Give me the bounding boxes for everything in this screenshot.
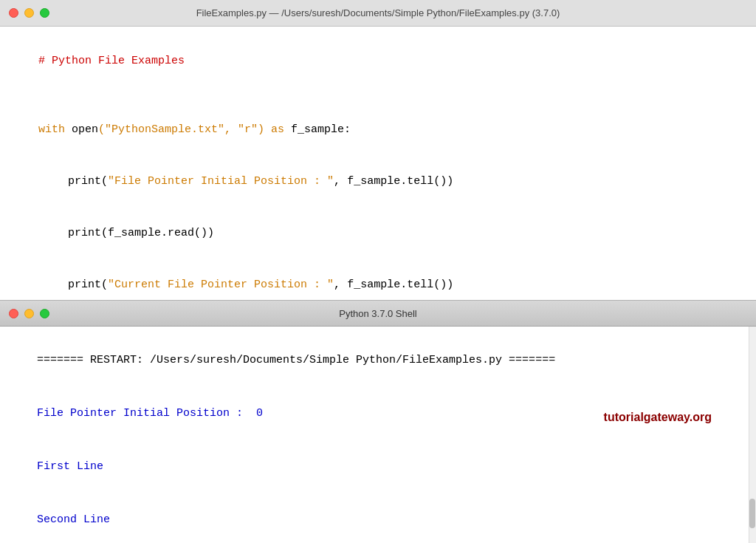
shell-area[interactable]: ======= RESTART: /Users/suresh/Documents… [0, 327, 756, 543]
print-str-3: "Current File Pointer Position : " [108, 279, 334, 291]
with-keyword: with [38, 123, 72, 136]
print-comma-3: , [334, 279, 347, 291]
shell-close-button[interactable] [9, 309, 18, 318]
print-line-3: print("Current File Pointer Position : "… [12, 259, 744, 300]
shell-traffic-lights [9, 309, 49, 318]
watermark: tutorialgateway.org [604, 408, 712, 427]
print-func-2: print [68, 227, 101, 239]
scrollbar[interactable] [749, 327, 756, 543]
open-func: open [72, 123, 98, 136]
output-line-3: Second Line [10, 494, 746, 543]
editor-area: # Python File Examples with open("Python… [0, 27, 756, 300]
maximize-button[interactable] [40, 8, 49, 18]
output-text-3: Second Line [37, 513, 110, 526]
shell-maximize-button[interactable] [40, 309, 49, 318]
print-read: (f_sample.read()) [101, 227, 214, 239]
output-text-1: File Pointer Initial Position : 0 [37, 407, 263, 420]
shell-title: Python 3.7.0 Shell [339, 308, 417, 319]
print-func-1: print [68, 175, 101, 188]
print-comma-1: , [334, 175, 347, 188]
print-paren-3: ( [101, 279, 108, 291]
tell-method-1: f_sample.tell()) [347, 175, 453, 188]
output-line-2: First Line [10, 440, 746, 494]
shell-minimize-button[interactable] [24, 309, 34, 318]
title-bar: FileExamples.py — /Users/suresh/Document… [0, 0, 756, 27]
scrollbar-thumb[interactable] [749, 499, 755, 528]
restart-line: ======= RESTART: /Users/suresh/Documents… [10, 334, 746, 387]
traffic-lights [9, 8, 49, 18]
with-line: with open("PythonSample.txt", "r") as f_… [12, 104, 744, 156]
comment-line: # Python File Examples [12, 35, 744, 87]
restart-text: ======= RESTART: /Users/suresh/Documents… [37, 354, 555, 366]
open-args-str: ("PythonSample.txt", "r") [98, 123, 264, 136]
print-line-2: print(f_sample.read()) [12, 208, 744, 259]
minimize-button[interactable] [24, 8, 34, 18]
shell-titlebar: Python 3.7.0 Shell [0, 300, 756, 327]
as-keyword: as [264, 123, 291, 136]
output-text-2: First Line [37, 460, 103, 473]
print-func-3: print [68, 279, 101, 291]
print-str-1: "File Pointer Initial Position : " [108, 175, 334, 188]
close-button[interactable] [9, 8, 18, 18]
print-paren-1: ( [101, 175, 108, 188]
fsample-var: f_sample: [291, 123, 351, 136]
comment-text: # Python File Examples [38, 55, 185, 67]
window-title: FileExamples.py — /Users/suresh/Document… [196, 7, 560, 18]
print-line-1: print("File Pointer Initial Position : "… [12, 156, 744, 208]
tell-method-3: f_sample.tell()) [347, 279, 453, 291]
blank-line-1 [12, 87, 744, 104]
